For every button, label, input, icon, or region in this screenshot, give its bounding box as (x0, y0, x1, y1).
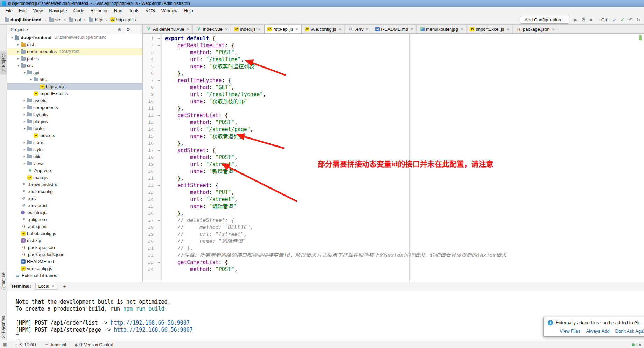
breadcrumb-item[interactable]: http (88, 16, 104, 23)
project-panel-title[interactable]: Project (10, 27, 24, 32)
tree-item-assets[interactable]: ▸assets (7, 97, 142, 104)
fold-marker[interactable]: − (156, 217, 162, 224)
close-icon[interactable]: × (461, 27, 463, 31)
tree-item-auth.json[interactable]: {}auth.json (7, 223, 142, 230)
menu-item-navigate[interactable]: Navigate (46, 7, 70, 14)
tree-item-babel.config.js[interactable]: JSbabel.config.js (7, 230, 142, 237)
tree-item-http-api.js[interactable]: JShttp-api.js (7, 83, 142, 90)
tree-item-duoji-frontend[interactable]: ▾duoji-frontendD:\zheheWeb\duoji-fronten… (7, 34, 142, 41)
fold-marker[interactable]: − (156, 259, 162, 266)
close-icon[interactable]: × (187, 27, 190, 31)
menu-item-edit[interactable]: Edit (16, 7, 30, 14)
chevron-down-icon[interactable]: ▾ (22, 127, 27, 130)
tree-item-App.vue[interactable]: VApp.vue (7, 167, 142, 174)
terminal-link[interactable]: http://192.168.66.56:9007 (114, 327, 193, 333)
chevron-down-icon[interactable]: ▾ (9, 36, 15, 40)
close-icon[interactable]: × (411, 27, 413, 31)
close-icon[interactable]: × (338, 27, 341, 31)
notification-link[interactable]: View Files (560, 328, 580, 334)
notification-link[interactable]: Don't Ask Agai (615, 328, 644, 334)
close-icon[interactable]: × (506, 27, 509, 31)
terminal-tab-local[interactable]: Local × (35, 283, 57, 290)
breadcrumb-item[interactable]: api (68, 16, 82, 23)
settings-gear-icon[interactable]: ⚙ (126, 27, 130, 32)
chevron-down-icon[interactable]: ▾ (26, 28, 28, 31)
fold-marker[interactable]: − (156, 35, 162, 42)
tree-item-External Libraries[interactable]: ▤External Libraries (7, 272, 142, 279)
tree-item-router[interactable]: ▾router (7, 125, 142, 132)
close-icon[interactable]: × (296, 27, 299, 31)
tree-item-.env.prod[interactable]: ⚙.env.prod (7, 202, 142, 209)
breadcrumb-item[interactable]: JShttp-api.js (109, 16, 137, 23)
tool-button-favorites[interactable]: 2: Favorites (0, 313, 7, 341)
chevron-down-icon[interactable]: ▾ (28, 78, 34, 81)
tree-item-vue.config.js[interactable]: JSvue.config.js (7, 265, 142, 272)
update-project-icon[interactable]: ↙ (612, 17, 617, 22)
revert-icon[interactable]: ↶ (629, 17, 633, 22)
chevron-right-icon[interactable]: ▸ (22, 148, 27, 151)
tool-button-project[interactable]: 1: Project (0, 51, 7, 75)
fold-marker[interactable]: − (156, 182, 162, 189)
chevron-down-icon[interactable]: ▾ (22, 71, 27, 74)
history-icon[interactable]: ↻ (636, 17, 640, 22)
status-version-control[interactable]: ◆9: Version Control (75, 342, 113, 347)
chevron-right-icon[interactable]: ▸ (22, 106, 27, 109)
tree-item-.env[interactable]: ⚙.env (7, 195, 142, 202)
tool-button-structure[interactable]: Structure (0, 270, 7, 292)
chevron-right-icon[interactable]: ▸ (22, 162, 27, 165)
close-icon[interactable]: × (552, 27, 555, 31)
fold-marker[interactable]: − (156, 77, 162, 84)
new-terminal-button[interactable]: + (62, 283, 68, 289)
tree-item-api[interactable]: ▾api (7, 69, 142, 76)
tree-item-style[interactable]: ▸style (7, 146, 142, 153)
tool-window-switcher[interactable]: ▦ (3, 342, 7, 347)
tab-.env[interactable]: ⚙.env× (345, 25, 372, 33)
menu-item-view[interactable]: View (30, 7, 46, 14)
tree-item-.editorconfig[interactable]: ≡.editorconfig (7, 188, 142, 195)
editor-body[interactable]: 1−export default {2− getRealTimeList: {3… (143, 34, 644, 282)
tree-item-.browserslistrc[interactable]: ≡.browserslistrc (7, 181, 142, 188)
tree-item-package-lock.json[interactable]: {}package-lock.json (7, 251, 142, 258)
tab-package.json[interactable]: {}package.json× (513, 25, 558, 33)
tree-item-README.md[interactable]: MREADME.md (7, 258, 142, 265)
menu-item-window[interactable]: Window (158, 7, 181, 14)
add-configuration-button[interactable]: Add Configuration... (520, 16, 569, 24)
chevron-down-icon[interactable]: ▾ (16, 64, 21, 68)
tab-vue.config.js[interactable]: JSvue.config.js× (302, 25, 345, 33)
tree-item-importExcel.js[interactable]: JSimportExcel.js (7, 90, 142, 97)
chevron-right-icon[interactable]: ▸ (16, 43, 21, 47)
tree-item-utils[interactable]: ▸utils (7, 153, 142, 160)
notification-link[interactable]: Always Add (586, 328, 609, 334)
close-icon[interactable]: × (52, 284, 54, 289)
breadcrumb-item[interactable]: duoji-frontend (4, 16, 42, 23)
menu-item-vcs[interactable]: VCS (142, 7, 158, 14)
close-icon[interactable]: × (225, 27, 228, 31)
chevron-right-icon[interactable]: ▸ (22, 141, 27, 144)
close-icon[interactable]: × (366, 27, 369, 31)
tree-item-node_modules[interactable]: ▸node_moduleslibrary root (7, 48, 142, 55)
tree-item-src[interactable]: ▾src (7, 62, 142, 69)
chevron-right-icon[interactable]: ▸ (22, 155, 27, 158)
tree-item-store[interactable]: ▸store (7, 139, 142, 146)
breadcrumb-item[interactable]: src (48, 16, 62, 23)
menu-item-code[interactable]: Code (70, 7, 88, 14)
menu-item-run[interactable]: Run (111, 7, 126, 14)
chevron-right-icon[interactable]: ▸ (16, 50, 21, 54)
status-todo[interactable]: ≡6: TODO (15, 342, 36, 347)
stop-icon[interactable]: ■ (589, 17, 592, 22)
chevron-right-icon[interactable]: ▸ (22, 99, 27, 102)
tree-item-main.js[interactable]: JSmain.js (7, 174, 142, 181)
tab-index.vue[interactable]: Vindex.vue× (193, 25, 231, 33)
tree-item-public[interactable]: ▸public (7, 55, 142, 62)
hide-panel-icon[interactable]: — (135, 27, 139, 32)
terminal-link[interactable]: http://192.168.66.56:9007 (111, 320, 190, 326)
tree-item-dist.zip[interactable]: Zdist.zip (7, 237, 142, 244)
tab-AsideMenu.vue[interactable]: VAsideMenu.vue× (143, 25, 193, 33)
fold-marker[interactable]: − (156, 42, 162, 49)
tree-item-.eslintrc.js[interactable]: .eslintrc.js (7, 209, 142, 216)
menu-item-tools[interactable]: Tools (126, 7, 142, 14)
tree-item-http[interactable]: ▾http (7, 76, 142, 83)
menu-item-refactor[interactable]: Refactor (88, 7, 111, 14)
debug-icon[interactable]: ⚙ (581, 17, 586, 22)
locate-file-icon[interactable]: ⊕ (118, 27, 121, 32)
